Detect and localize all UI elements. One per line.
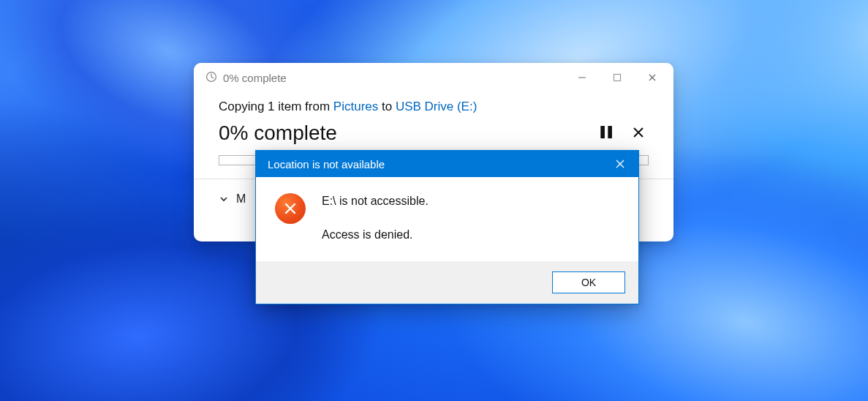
- error-icon: [275, 193, 306, 224]
- error-dialog: Location is not available E:\ is not acc…: [255, 150, 639, 304]
- error-dialog-buttonbar: OK: [256, 261, 638, 304]
- copy-prefix: Copying 1 item from: [219, 100, 333, 113]
- maximize-button[interactable]: [600, 66, 634, 89]
- cancel-button[interactable]: [633, 124, 644, 143]
- error-dialog-title: Location is not available: [268, 158, 385, 170]
- clock-icon: [205, 71, 217, 85]
- error-message-1: E:\ is not accessible.: [322, 193, 429, 209]
- svg-rect-1: [614, 75, 621, 81]
- copy-description: Copying 1 item from Pictures to USB Driv…: [219, 100, 649, 114]
- copy-window-titlebar[interactable]: 0% complete: [194, 63, 673, 92]
- chevron-down-icon: [219, 194, 229, 204]
- copy-source-link[interactable]: Pictures: [333, 100, 378, 113]
- ok-button[interactable]: OK: [552, 271, 625, 293]
- more-details-label: M: [236, 192, 246, 206]
- copy-middle: to: [378, 100, 396, 113]
- error-message-2: Access is denied.: [322, 227, 429, 243]
- pause-button[interactable]: ❚❚: [597, 124, 612, 143]
- copy-percent-text: 0% complete: [219, 121, 337, 145]
- copy-destination-link[interactable]: USB Drive (E:): [396, 100, 477, 113]
- copy-window-title: 0% complete: [223, 72, 287, 84]
- minimize-button[interactable]: [565, 66, 599, 89]
- close-button[interactable]: [635, 66, 669, 89]
- error-dialog-titlebar[interactable]: Location is not available: [256, 151, 638, 177]
- error-dialog-close-button[interactable]: [609, 154, 631, 174]
